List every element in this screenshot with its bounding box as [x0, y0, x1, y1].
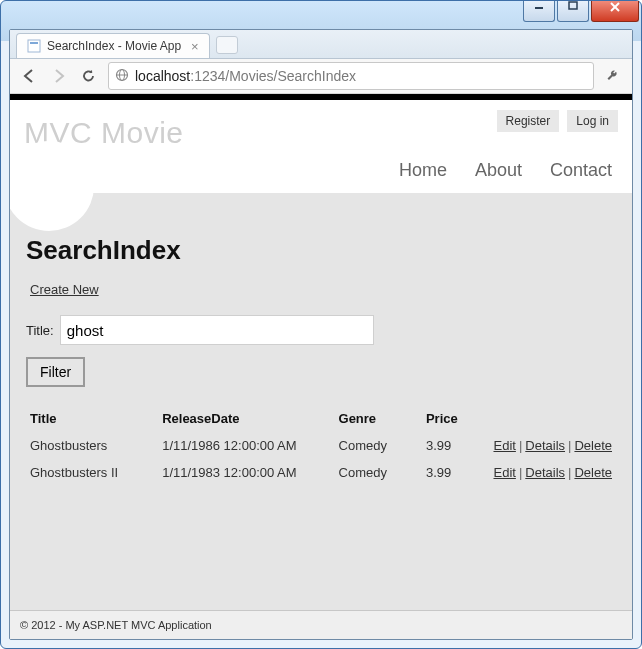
table-row: Ghostbusters II1/11/1983 12:00:00 AMCome… [26, 459, 616, 486]
main-nav: Home About Contact [24, 150, 618, 193]
nav-about[interactable]: About [475, 160, 522, 181]
filter-button[interactable]: Filter [26, 357, 85, 387]
table-row: Ghostbusters1/11/1986 12:00:00 AMComedy3… [26, 432, 616, 459]
reload-button[interactable] [78, 65, 100, 87]
address-port: :1234 [190, 68, 225, 84]
tab-close-icon[interactable]: × [191, 39, 199, 54]
browser-toolbar: localhost:1234/Movies/SearchIndex [10, 59, 632, 94]
tab-strip: SearchIndex - Movie App × [10, 30, 632, 59]
window-frame: SearchIndex - Movie App × localhost:1234… [0, 0, 642, 649]
back-button[interactable] [18, 65, 40, 87]
cell-price: 3.99 [422, 432, 490, 459]
cell-actions: Edit|Details|Delete [489, 432, 616, 459]
col-header-title: Title [26, 405, 158, 432]
filter-row: Title: [26, 315, 616, 345]
globe-icon [115, 68, 129, 85]
col-header-actions [489, 405, 616, 432]
svg-rect-5 [30, 42, 38, 44]
details-link[interactable]: Details [525, 465, 565, 480]
col-header-genre: Genre [335, 405, 422, 432]
col-header-price: Price [422, 405, 490, 432]
movies-table: Title ReleaseDate Genre Price Ghostbuste… [26, 405, 616, 486]
cell-genre: Comedy [335, 432, 422, 459]
address-host: localhost [135, 68, 190, 84]
browser-window: SearchIndex - Movie App × localhost:1234… [9, 29, 633, 640]
page-title: SearchIndex [26, 235, 616, 266]
forward-button[interactable] [48, 65, 70, 87]
site-header: Register Log in MVC Movie Home About Con… [10, 100, 632, 193]
address-text: localhost:1234/Movies/SearchIndex [135, 68, 356, 84]
table-header-row: Title ReleaseDate Genre Price [26, 405, 616, 432]
window-title-bar [1, 1, 641, 29]
cell-release: 1/11/1986 12:00:00 AM [158, 432, 334, 459]
cell-price: 3.99 [422, 459, 490, 486]
window-maximize-button[interactable] [557, 1, 589, 22]
login-link[interactable]: Log in [567, 110, 618, 132]
title-label: Title: [26, 323, 54, 338]
nav-home[interactable]: Home [399, 160, 447, 181]
col-header-release: ReleaseDate [158, 405, 334, 432]
window-close-button[interactable] [591, 1, 639, 22]
svg-rect-1 [569, 2, 577, 9]
address-bar[interactable]: localhost:1234/Movies/SearchIndex [108, 62, 594, 90]
delete-link[interactable]: Delete [574, 465, 612, 480]
cell-release: 1/11/1983 12:00:00 AM [158, 459, 334, 486]
window-minimize-button[interactable] [523, 1, 555, 22]
nav-contact[interactable]: Contact [550, 160, 612, 181]
cell-title: Ghostbusters [26, 432, 158, 459]
edit-link[interactable]: Edit [493, 465, 515, 480]
cell-actions: Edit|Details|Delete [489, 459, 616, 486]
wrench-menu-button[interactable] [602, 65, 624, 87]
site-footer: © 2012 - My ASP.NET MVC Application [10, 610, 632, 639]
cell-genre: Comedy [335, 459, 422, 486]
browser-tab[interactable]: SearchIndex - Movie App × [16, 33, 210, 58]
page-favicon-icon [27, 39, 41, 53]
details-link[interactable]: Details [525, 438, 565, 453]
new-tab-button[interactable] [216, 36, 238, 54]
page-content: SearchIndex Create New Title: Filter Tit… [10, 193, 632, 502]
account-links: Register Log in [497, 110, 618, 132]
delete-link[interactable]: Delete [574, 438, 612, 453]
cell-title: Ghostbusters II [26, 459, 158, 486]
address-path: /Movies/SearchIndex [225, 68, 356, 84]
page-viewport: Register Log in MVC Movie Home About Con… [10, 94, 632, 639]
tab-title: SearchIndex - Movie App [47, 39, 181, 53]
svg-rect-4 [28, 40, 40, 52]
title-search-input[interactable] [60, 315, 374, 345]
edit-link[interactable]: Edit [493, 438, 515, 453]
create-new-link[interactable]: Create New [30, 282, 99, 297]
register-link[interactable]: Register [497, 110, 560, 132]
